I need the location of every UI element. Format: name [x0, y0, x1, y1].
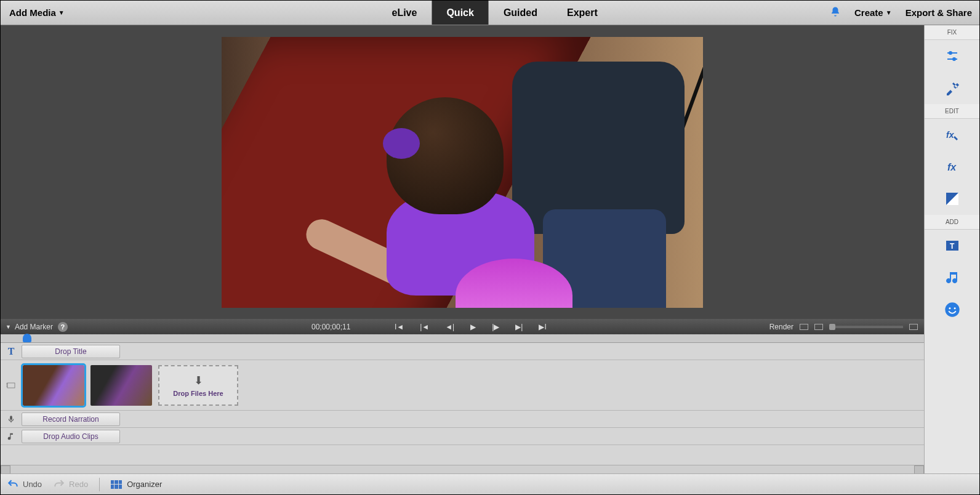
- mode-expert[interactable]: Expert: [552, 1, 612, 25]
- svg-point-13: [945, 302, 959, 316]
- title-track-icon: T: [8, 346, 15, 357]
- record-narration-label: Record Narration: [42, 415, 98, 424]
- safe-margins-icon[interactable]: [800, 324, 808, 330]
- music-tool[interactable]: [925, 262, 979, 294]
- organizer-button[interactable]: Organizer: [111, 480, 162, 489]
- drop-audio-label: Drop Audio Clips: [43, 432, 98, 441]
- top-right-controls: Create ▼ Export & Share: [830, 1, 979, 25]
- svg-point-6: [949, 52, 952, 54]
- render-button[interactable]: Render: [769, 323, 793, 331]
- audio-track: Drop Audio Clips: [1, 428, 924, 445]
- undo-button[interactable]: Undo: [7, 478, 42, 491]
- svg-rect-1: [7, 383, 7, 384]
- effects-tool[interactable]: fx: [925, 151, 979, 183]
- graphics-tool[interactable]: [925, 294, 979, 326]
- add-media-label: Add Media: [9, 7, 56, 18]
- timecode-display[interactable]: 00;00;00;11: [311, 323, 350, 331]
- mode-guided-label: Guided: [504, 7, 537, 18]
- notifications-icon[interactable]: [830, 6, 841, 20]
- create-menu[interactable]: Create ▼: [854, 7, 892, 18]
- create-label: Create: [854, 7, 883, 18]
- fix-section-label: FIX: [925, 25, 979, 40]
- redo-button[interactable]: Redo: [53, 478, 88, 491]
- title-track: T Drop Title: [1, 343, 924, 360]
- undo-label: Undo: [23, 480, 42, 489]
- video-track-icon: [1, 380, 22, 390]
- svg-point-14: [949, 307, 950, 309]
- svg-text:fx: fx: [947, 162, 957, 172]
- svg-point-15: [954, 307, 955, 309]
- fullscreen-icon[interactable]: [909, 324, 918, 330]
- add-section-label: ADD: [925, 215, 979, 230]
- caret-down-icon: ▼: [886, 9, 892, 16]
- timeline-clip-1[interactable]: [23, 365, 84, 406]
- drop-audio-button[interactable]: Drop Audio Clips: [22, 430, 120, 443]
- drop-files-label: Drop Files Here: [173, 390, 223, 397]
- svg-rect-2: [7, 384, 7, 385]
- svg-rect-3: [7, 386, 7, 387]
- organizer-label: Organizer: [127, 480, 162, 489]
- export-label: Export & Share: [906, 7, 972, 18]
- video-preview[interactable]: [222, 37, 703, 308]
- bottom-toolbar: Undo Redo Organizer: [1, 473, 979, 494]
- monitor-panel: [1, 25, 924, 319]
- record-narration-button[interactable]: Record Narration: [22, 412, 120, 426]
- zoom-slider[interactable]: [829, 326, 903, 328]
- add-media-menu[interactable]: Add Media ▼: [1, 1, 73, 25]
- divider: [99, 478, 100, 491]
- tools-tool[interactable]: [925, 72, 979, 104]
- applied-effects-tool[interactable]: fx: [925, 119, 979, 151]
- add-marker-button[interactable]: ▼ Add Marker: [6, 323, 53, 331]
- svg-text:fx: fx: [946, 130, 955, 140]
- go-to-end-icon[interactable]: ▶I: [539, 323, 546, 331]
- edit-section-label: EDIT: [925, 104, 979, 119]
- redo-label: Redo: [69, 480, 88, 489]
- mode-elive[interactable]: eLive: [377, 1, 432, 25]
- play-icon[interactable]: ▶: [470, 323, 476, 331]
- mode-quick[interactable]: Quick: [432, 1, 488, 25]
- add-marker-label: Add Marker: [15, 323, 53, 331]
- triangle-down-icon: ▼: [6, 324, 11, 330]
- mode-guided[interactable]: Guided: [489, 1, 552, 25]
- titles-tool[interactable]: T: [925, 230, 979, 262]
- narration-track: Record Narration: [1, 411, 924, 428]
- next-clip-icon[interactable]: ▶|: [515, 323, 523, 331]
- step-forward-icon[interactable]: |▶: [492, 323, 499, 331]
- timeline-clip-2[interactable]: [90, 365, 152, 406]
- timeline-panel: T Drop Title ⬇ Drop Files Here Record Na…: [1, 334, 924, 473]
- playhead-icon[interactable]: [23, 334, 31, 342]
- music-note-icon: [1, 432, 22, 441]
- grid-icon: [111, 480, 122, 489]
- step-back-icon[interactable]: ◄|: [445, 323, 454, 331]
- drop-title-label: Drop Title: [55, 347, 86, 356]
- prev-clip-icon[interactable]: |◄: [420, 323, 429, 331]
- transport-controls: I◄ |◄ ◄| ▶ |▶ ▶| ▶I: [395, 323, 547, 331]
- svg-rect-0: [7, 383, 15, 388]
- drop-title-button[interactable]: Drop Title: [22, 345, 120, 358]
- mode-expert-label: Expert: [567, 7, 598, 18]
- mode-elive-label: eLive: [392, 7, 417, 18]
- export-share-button[interactable]: Export & Share: [906, 7, 972, 18]
- help-icon[interactable]: ?: [58, 322, 68, 332]
- aspect-icon[interactable]: [814, 324, 823, 330]
- mode-quick-label: Quick: [446, 7, 473, 18]
- caret-down-icon: ▼: [58, 9, 65, 16]
- timeline-scrollbar[interactable]: [1, 465, 924, 473]
- video-track: ⬇ Drop Files Here: [1, 360, 924, 411]
- right-tools-panel: FIX EDIT fx fx ADD T: [924, 25, 979, 473]
- timeline-ruler[interactable]: [1, 334, 924, 343]
- drop-files-target[interactable]: ⬇ Drop Files Here: [158, 365, 238, 406]
- workspace-modes: eLive Quick Guided Expert: [377, 1, 612, 25]
- adjust-tool[interactable]: [925, 40, 979, 72]
- color-tool[interactable]: [925, 183, 979, 215]
- svg-text:T: T: [950, 242, 955, 251]
- top-toolbar: Add Media ▼ eLive Quick Guided Expert Cr…: [1, 1, 979, 25]
- playback-bar: ▼ Add Marker ? 00;00;00;11 I◄ |◄ ◄| ▶ |▶…: [1, 319, 924, 334]
- svg-point-7: [953, 58, 955, 60]
- go-to-start-icon[interactable]: I◄: [395, 323, 404, 331]
- download-arrow-icon: ⬇: [194, 374, 203, 387]
- microphone-icon: [1, 415, 22, 424]
